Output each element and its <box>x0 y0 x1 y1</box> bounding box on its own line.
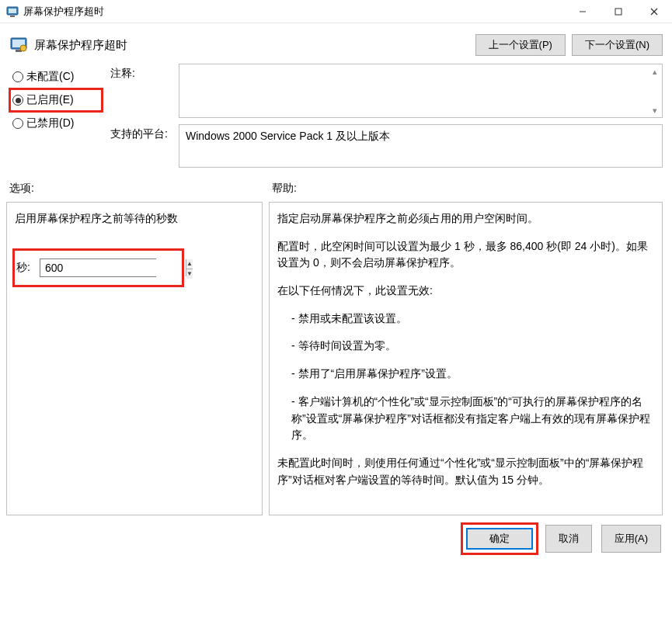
radio-icon <box>12 71 23 82</box>
panels: 启用屏幕保护程序之前等待的秒数 秒: ▲ ▼ 指定启动屏幕保护程序之前必须占用的… <box>0 199 672 515</box>
app-icon <box>6 5 19 18</box>
help-bullet: - 禁用了“启用屏幕保护程序”设置。 <box>277 366 654 383</box>
help-text: 在以下任何情况下，此设置无效: <box>277 283 654 300</box>
minimize-button[interactable] <box>565 0 601 23</box>
supported-label: 支持的平台: <box>110 124 172 141</box>
options-label: 选项: <box>9 182 272 196</box>
ok-highlight: 确定 <box>463 525 536 553</box>
radio-label: 已启用(E) <box>26 93 74 107</box>
config-area: 未配置(C) 已启用(E) 已禁用(D) 注释: ▴ ▾ 支持的平台: Wind… <box>0 59 672 168</box>
apply-button[interactable]: 应用(A) <box>601 525 661 553</box>
radio-icon <box>12 95 23 106</box>
options-heading: 启用屏幕保护程序之前等待的秒数 <box>15 210 254 227</box>
help-bullet: - 禁用或未配置该设置。 <box>277 311 654 328</box>
supported-value: Windows 2000 Service Pack 1 及以上版本 <box>186 130 390 142</box>
supported-textbox: Windows 2000 Service Pack 1 及以上版本 <box>179 124 663 168</box>
radio-enabled[interactable]: 已启用(E) <box>9 88 103 112</box>
comment-textbox[interactable]: ▴ ▾ <box>179 64 663 118</box>
cancel-button[interactable]: 取消 <box>545 525 592 553</box>
radio-disabled[interactable]: 已禁用(D) <box>9 112 103 135</box>
svg-rect-2 <box>10 16 15 17</box>
help-text: 配置时，此空闲时间可以设置为最少 1 秒，最多 86,400 秒(即 24 小时… <box>277 238 654 272</box>
help-body: 指定启动屏幕保护程序之前必须占用的用户空闲时间。 配置时，此空闲时间可以设置为最… <box>277 210 654 488</box>
seconds-label: 秒: <box>16 259 33 276</box>
maximize-button[interactable] <box>601 0 636 23</box>
svg-rect-1 <box>9 9 16 13</box>
title-bar: 屏幕保护程序超时 <box>0 0 672 23</box>
seconds-spinner[interactable]: ▲ ▼ <box>40 258 156 277</box>
help-bullet: - 等待时间设置为零。 <box>277 338 654 355</box>
ok-button[interactable]: 确定 <box>466 528 533 550</box>
spinner-down-button[interactable]: ▼ <box>186 269 193 279</box>
comment-label: 注释: <box>110 64 172 81</box>
help-label: 帮助: <box>272 182 663 196</box>
radio-group: 未配置(C) 已启用(E) 已禁用(D) <box>9 64 103 168</box>
radio-label: 未配置(C) <box>26 70 74 84</box>
svg-rect-4 <box>615 9 622 15</box>
svg-point-10 <box>20 45 26 51</box>
close-button[interactable] <box>636 0 672 23</box>
help-text: 指定启动屏幕保护程序之前必须占用的用户空闲时间。 <box>277 210 654 227</box>
radio-icon <box>12 118 23 129</box>
previous-setting-button[interactable]: 上一个设置(P) <box>475 34 566 56</box>
window-controls <box>565 0 672 23</box>
radio-not-configured[interactable]: 未配置(C) <box>9 65 103 88</box>
seconds-row: 秒: ▲ ▼ <box>15 251 182 285</box>
scroll-down-icon[interactable]: ▾ <box>649 105 660 116</box>
scroll-up-icon[interactable]: ▴ <box>649 66 660 77</box>
spinner-up-button[interactable]: ▲ <box>186 259 193 269</box>
section-labels: 选项: 帮助: <box>0 168 672 199</box>
window-title: 屏幕保护程序超时 <box>23 5 565 19</box>
radio-label: 已禁用(D) <box>26 116 74 130</box>
next-setting-button[interactable]: 下一个设置(N) <box>572 34 663 56</box>
seconds-input[interactable] <box>40 259 186 276</box>
help-panel: 指定启动屏幕保护程序之前必须占用的用户空闲时间。 配置时，此空闲时间可以设置为最… <box>269 202 663 515</box>
options-panel: 启用屏幕保护程序之前等待的秒数 秒: ▲ ▼ <box>6 202 263 515</box>
page-title: 屏幕保护程序超时 <box>34 38 475 53</box>
help-bullet: - 客户端计算机的“个性化”或“显示控制面板”的“可执行的屏幕保护程序的名称”设… <box>277 394 654 444</box>
policy-icon <box>9 36 28 54</box>
help-text: 未配置此时间时，则使用任何通过“个性化”或“显示控制面板”中的“屏幕保护程序”对… <box>277 455 654 488</box>
header-row: 屏幕保护程序超时 上一个设置(P) 下一个设置(N) <box>0 23 672 59</box>
footer-buttons: 确定 取消 应用(A) <box>0 515 672 553</box>
